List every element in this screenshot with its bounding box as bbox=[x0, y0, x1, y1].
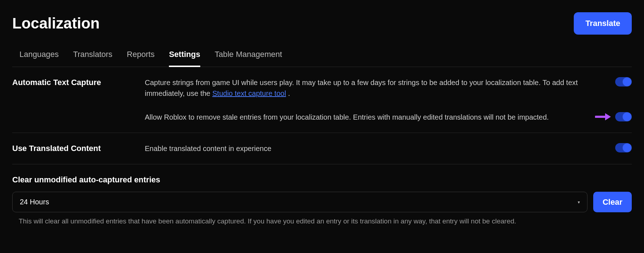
atc-description-1: Capture strings from game UI while users… bbox=[145, 77, 608, 99]
toggle-knob bbox=[623, 77, 631, 86]
atc-toggle-capture[interactable] bbox=[615, 77, 632, 86]
utc-label: Use Translated Content bbox=[12, 143, 145, 153]
tab-reports[interactable]: Reports bbox=[127, 45, 155, 67]
tab-languages[interactable]: Languages bbox=[19, 45, 59, 67]
svg-marker-1 bbox=[605, 113, 611, 120]
tab-settings[interactable]: Settings bbox=[169, 45, 200, 67]
tab-bar: Languages Translators Reports Settings T… bbox=[12, 45, 632, 67]
clear-button[interactable]: Clear bbox=[593, 192, 632, 212]
tab-table-management[interactable]: Table Management bbox=[215, 45, 282, 67]
atc-toggle-stale[interactable] bbox=[615, 112, 632, 121]
studio-text-capture-link[interactable]: Studio text capture tool bbox=[213, 89, 286, 97]
toggle-knob bbox=[623, 112, 631, 121]
clear-entries-title: Clear unmodified auto-captured entries bbox=[12, 175, 632, 185]
clear-help-text: This will clear all unmodified entries t… bbox=[12, 217, 632, 225]
clear-duration-select[interactable]: 24 Hours ▾ bbox=[12, 192, 587, 212]
chevron-down-icon: ▾ bbox=[578, 200, 580, 205]
automatic-text-capture-section: Automatic Text Capture Capture strings f… bbox=[12, 67, 632, 133]
utc-toggle[interactable] bbox=[615, 143, 632, 152]
tab-translators[interactable]: Translators bbox=[73, 45, 112, 67]
toggle-knob bbox=[623, 143, 631, 152]
atc-description-2: Allow Roblox to remove stale entries fro… bbox=[145, 112, 588, 123]
clear-duration-value: 24 Hours bbox=[20, 198, 49, 206]
page-title: Localization bbox=[12, 15, 100, 32]
arrow-right-icon bbox=[595, 112, 611, 122]
clear-entries-section: Clear unmodified auto-captured entries 2… bbox=[12, 164, 632, 225]
translate-button[interactable]: Translate bbox=[574, 12, 632, 35]
use-translated-content-section: Use Translated Content Enable translated… bbox=[12, 133, 632, 164]
atc-label: Automatic Text Capture bbox=[12, 77, 145, 87]
utc-description: Enable translated content in experience bbox=[145, 143, 608, 154]
